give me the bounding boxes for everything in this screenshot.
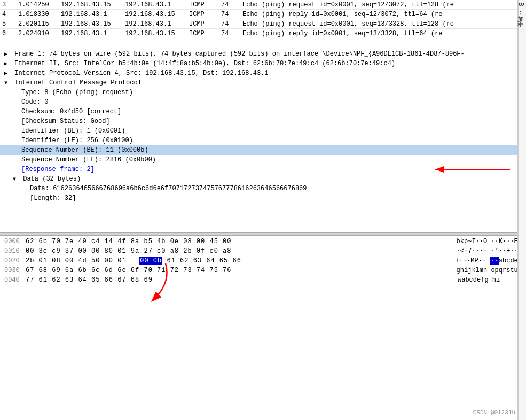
hex-row-0040: 0040 77 61 62 63 64 65 66 67 68 69 wabcd… — [0, 275, 526, 285]
length-line-text: [Length: 32] — [30, 195, 76, 202]
right-panel: B 加···框 — [517, 0, 526, 420]
hex-bytes-0020: 2b 01 08 00 4d 50 00 01 00 0b 61 62 63 6… — [26, 257, 445, 265]
ip-line-text: Internet Protocol Version 4, Src: 192.16… — [14, 69, 268, 77]
hex-highlight-0020: 00 0b — [139, 257, 162, 265]
pkt-dst-3: 192.168.43.1 — [125, 1, 189, 9]
pkt-dst-4: 192.168.43.15 — [125, 11, 189, 18]
pkt-len-3: 74 — [221, 1, 242, 9]
data-label-text: Data (32 bytes) — [23, 175, 81, 183]
ethernet-row[interactable]: ▶ Ethernet II, Src: IntelCor_b5:4b:0e (1… — [0, 59, 526, 68]
checksum-status-text: [Checksum Status: Good] — [21, 118, 110, 125]
pkt-no-6: 6 — [2, 30, 18, 37]
hex-offset-0000: 0000 — [4, 238, 26, 245]
type-row: Type: 8 (Echo (ping) request) — [0, 88, 526, 97]
pkt-proto-5: ICMP — [189, 20, 221, 28]
pkt-len-6: 74 — [221, 30, 242, 37]
hex-highlight-ascii-0020: ·· — [490, 257, 498, 265]
packet-row-4[interactable]: 4 1.018330 192.168.43.1 192.168.43.15 IC… — [0, 10, 526, 19]
hex-ascii-0040: wabcdefg hi — [458, 276, 522, 284]
hex-offset-0020: 0020 — [4, 257, 26, 265]
packet-table: 3 1.014250 192.168.43.15 192.168.43.1 IC… — [0, 0, 526, 48]
hex-offset-0040: 0040 — [4, 276, 26, 284]
pkt-dst-5: 192.168.43.1 — [125, 20, 189, 28]
pkt-proto-4: ICMP — [189, 11, 221, 18]
detail-panel: ▶ Frame 1: 74 bytes on wire (592 bits), … — [0, 48, 526, 232]
seq-le-text: Sequence Number (LE): 2816 (0x0b00) — [21, 156, 156, 164]
identifier-be-row: Identifier (BE): 1 (0x0001) — [0, 126, 526, 136]
hex-bytes-0030: 67 68 69 6a 6b 6c 6d 6e 6f 70 71 72 73 7… — [26, 267, 446, 274]
pkt-src-3: 192.168.43.15 — [61, 1, 125, 9]
checksum-line-text: Checksum: 0x4d50 [correct] — [21, 108, 121, 115]
pkt-no-3: 3 — [2, 1, 18, 9]
hex-ascii-0020: +···MP·· ··abcdef — [456, 257, 522, 265]
packet-row-6[interactable]: 6 2.024010 192.168.43.1 192.168.43.15 IC… — [0, 29, 526, 38]
code-row: Code: 0 — [0, 97, 526, 107]
length-row: [Length: 32] — [0, 193, 526, 203]
data-value-text: Data: 6162636465666768696a6b6c6d6e6f7071… — [30, 185, 307, 192]
type-line-text: Type: 8 (Echo (ping) request) — [21, 89, 133, 96]
pkt-time-4: 1.018330 — [18, 11, 61, 18]
hex-bytes-0040: 77 61 62 63 64 65 66 67 68 69 — [26, 276, 447, 284]
hex-ascii-0030: ghijklmn opqrstuv — [457, 267, 522, 274]
pkt-no-5: 5 — [2, 20, 18, 28]
pkt-info-6: Echo (ping) reply id=0x0001, seq=13/3328… — [242, 30, 524, 37]
checksum-status-row: [Checksum Status: Good] — [0, 116, 526, 126]
identifier-le-row: Identifier (LE): 256 (0x0100) — [0, 136, 526, 145]
seq-be-text: Sequence Number (BE): 11 (0x000b) — [21, 146, 148, 154]
pkt-proto-3: ICMP — [189, 1, 221, 9]
pkt-dst-6: 192.168.43.15 — [125, 30, 189, 37]
pkt-info-3: Echo (ping) request id=0x0001, seq=12/30… — [242, 1, 524, 9]
frame-line-text: Frame 1: 74 bytes on wire (592 bits), 74… — [14, 50, 465, 58]
csdn-watermark: CSDN @01231b — [473, 409, 515, 416]
pkt-src-5: 192.168.43.15 — [61, 20, 125, 28]
ip-row[interactable]: ▶ Internet Protocol Version 4, Src: 192.… — [0, 68, 526, 78]
hex-offset-0010: 0010 — [4, 247, 26, 255]
hex-ascii-0000: bkp~I··O ··K···E· — [457, 238, 522, 245]
data-value-row: Data: 6162636465666768696a6b6c6d6e6f7071… — [0, 184, 526, 193]
pkt-time-6: 2.024010 — [18, 30, 61, 37]
checksum-row: Checksum: 0x4d50 [correct] — [0, 107, 526, 116]
data-label-row[interactable]: ▼ Data (32 bytes) — [0, 174, 526, 184]
pkt-time-5: 2.020115 — [18, 20, 61, 28]
data-expand-icon: ▼ — [13, 176, 19, 182]
ip-expand-icon: ▶ — [4, 70, 11, 76]
seq-be-row[interactable]: Sequence Number (BE): 11 (0x000b) — [0, 145, 526, 155]
ethernet-line-text: Ethernet II, Src: IntelCor_b5:4b:0e (14:… — [14, 60, 395, 67]
hex-row-0000: 0000 62 6b 70 7e 49 c4 14 4f 8a b5 4b 0e… — [0, 237, 526, 246]
hex-row-0030: 0030 67 68 69 6a 6b 6c 6d 6e 6f 70 71 72… — [0, 266, 526, 275]
hex-row-0010: 0010 00 3c c9 37 00 00 80 01 9a 27 c0 a8… — [0, 246, 526, 256]
hex-bytes-0000: 62 6b 70 7e 49 c4 14 4f 8a b5 4b 0e 08 0… — [26, 238, 446, 245]
hex-bytes-0010: 00 3c c9 37 00 00 80 01 9a 27 c0 a8 2b 0… — [26, 247, 446, 255]
identifier-be-text: Identifier (BE): 1 (0x0001) — [21, 127, 125, 135]
pkt-src-4: 192.168.43.1 — [61, 11, 125, 18]
pkt-time-3: 1.014250 — [18, 1, 61, 9]
identifier-le-text: Identifier (LE): 256 (0x0100) — [21, 137, 133, 144]
seq-le-row: Sequence Number (LE): 2816 (0x0b00) — [0, 155, 526, 165]
response-frame-link[interactable]: [Response frame: 2] — [21, 166, 95, 173]
icmp-expand-icon: ▼ — [4, 80, 11, 86]
code-line-text: Code: 0 — [21, 98, 48, 106]
pkt-info-5: Echo (ping) request id=0x0001, seq=13/33… — [242, 20, 524, 28]
icmp-row[interactable]: ▼ Internet Control Message Protocol — [0, 78, 526, 88]
hex-panel: 0000 62 6b 70 7e 49 c4 14 4f 8a b5 4b 0e… — [0, 236, 526, 343]
hex-ascii-0010: ·<·7···· ·'··+··· — [457, 247, 522, 255]
response-frame-row[interactable]: [Response frame: 2] — [0, 165, 526, 174]
packet-row-3[interactable]: 3 1.014250 192.168.43.15 192.168.43.1 IC… — [0, 0, 526, 10]
icmp-label-text: Internet Control Message Protocol — [14, 79, 142, 87]
ethernet-expand-icon: ▶ — [4, 60, 11, 67]
right-panel-label-b: B — [519, 0, 526, 9]
frame-expand-icon: ▶ — [4, 51, 11, 57]
frame-row[interactable]: ▶ Frame 1: 74 bytes on wire (592 bits), … — [0, 49, 526, 59]
pkt-len-4: 74 — [221, 11, 242, 18]
hex-row-0020: 0020 2b 01 08 00 4d 50 00 01 00 0b 61 62… — [0, 256, 526, 266]
pkt-src-6: 192.168.43.1 — [61, 30, 125, 37]
pkt-proto-6: ICMP — [189, 30, 221, 37]
packet-row-5[interactable]: 5 2.020115 192.168.43.15 192.168.43.1 IC… — [0, 19, 526, 29]
pkt-no-4: 4 — [2, 11, 18, 18]
pkt-len-5: 74 — [221, 20, 242, 28]
right-panel-label-add: 加···框 — [519, 9, 526, 18]
pkt-info-4: Echo (ping) reply id=0x0001, seq=12/3072… — [242, 11, 524, 18]
hex-offset-0030: 0030 — [4, 267, 26, 274]
